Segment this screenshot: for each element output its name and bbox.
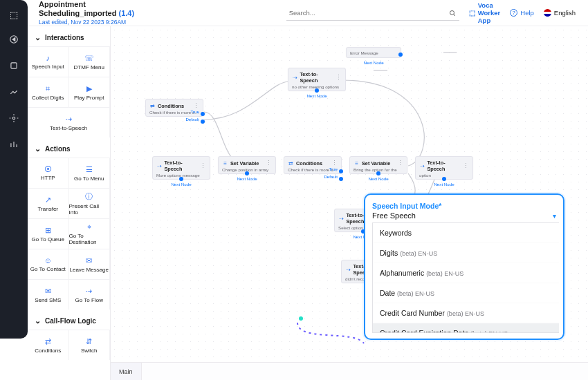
speech-icon: ♪ [46,54,50,62]
app-logo-icon: ⬚ [10,10,18,20]
node-menu-icon[interactable]: ⋮ [193,102,199,109]
section-header-logic[interactable]: Call-Flow Logic [28,310,110,330]
palette-switch[interactable]: ⇵Switch [69,330,111,360]
palette-go-to-flow[interactable]: ⇢Go To Flow [69,279,111,310]
speech-mode-option[interactable]: Keywords [373,223,559,243]
play-icon: ▶ [86,84,92,93]
speech-mode-option[interactable]: Digits (beta) EN-US [373,243,559,263]
rail-item-settings-icon[interactable] [7,111,21,125]
conditions-icon: ⇄ [45,337,51,346]
svg-point-2 [12,117,15,120]
node-set-variable-1[interactable]: ≡Set Variable⋮ Change position in array … [218,156,276,174]
palette-speech-input[interactable]: ♪Speech Input [28,46,69,77]
node-set-variable-2[interactable]: ≡Set Variable⋮ Bring the option for the … [349,156,407,174]
conditions-icon: ⇄ [149,103,156,109]
help-label: Help [520,9,534,17]
http-icon: ⦿ [44,165,52,173]
info-icon: ⓘ [85,191,93,202]
node-error-message[interactable]: Error Message Next Node [346,47,401,58]
palette-play-prompt[interactable]: ▶Play Prompt [69,77,111,107]
palette-conditions[interactable]: ⇄Conditions [28,330,69,360]
port-label-true: True [329,167,338,171]
port-label-default: Default [185,117,199,122]
port-label-next: Next Node [171,182,191,187]
node-title: Conditions [296,160,322,167]
flag-icon [544,9,551,17]
speech-mode-option[interactable]: Credit Card Number (beta) EN-US [373,303,559,323]
tts-icon: ⇢ [292,75,297,81]
node-title: Set Variable [362,160,390,167]
switch-icon: ⇵ [86,337,92,346]
palette-dtmf-menu[interactable]: ☏DTMF Menu [69,46,111,77]
palette-transfer[interactable]: ↗Transfer [28,188,69,218]
speech-mode-option[interactable]: Credit Card Expiration Date (beta) EN-US [373,323,559,333]
section-header-actions[interactable]: Actions [28,137,110,158]
port-label-true: True [191,109,200,114]
node-menu-icon[interactable]: ⋮ [266,160,272,167]
palette-go-to-menu[interactable]: ☰Go To Menu [69,158,111,188]
rail-item-builder-icon[interactable] [7,85,21,99]
speech-mode-option[interactable]: Alphanumeric (beta) EN-US [373,263,559,283]
rail-item-send-icon[interactable] [7,32,21,46]
transfer-icon: ↗ [45,196,51,205]
node-menu-icon[interactable]: ⋮ [397,160,403,167]
decorative-connector [292,321,368,346]
node-title: Text-to-Speech [300,71,333,84]
tts-icon: ⇢ [156,163,162,169]
palette-go-to-destination[interactable]: ⌖Go To Destination [69,218,111,249]
palette-go-to-contact[interactable]: ☺Go To Contact [28,249,69,279]
destination-icon: ⌖ [87,222,91,231]
node-title: Text-to-Speech [427,160,461,172]
node-menu-icon[interactable]: ⋮ [463,162,469,169]
palette-http[interactable]: ⦿HTTP [28,158,69,188]
search-input[interactable] [286,6,459,21]
contact-icon: ☺ [44,256,52,265]
speech-mode-option[interactable]: Date (beta) EN-US [373,283,559,303]
language-picker[interactable]: English [544,9,576,17]
rail-item-flows-icon[interactable] [7,59,21,73]
app-switcher[interactable]: ⬚Voca Worker App [469,1,501,24]
node-conditions-1[interactable]: ⇄Conditions⋮ Check if there is more op… … [145,99,203,117]
variable-icon: ≡ [353,160,360,167]
variable-icon: ≡ [222,160,228,167]
speech-input-mode-label: Speech Input Mode* [372,202,559,210]
port-label-next: Next Node [434,182,454,187]
nav-rail: ⬚ [0,0,28,339]
help-link[interactable]: ?Help [510,9,534,17]
node-tts-no-other[interactable]: ⇢Text-to-Speech⋮ no other meeting option… [288,68,346,91]
palette-send-sms[interactable]: ✉Send SMS [28,279,69,310]
port-label-default: Default [324,174,338,179]
palette-go-to-queue[interactable]: ⊞Go To Queue [28,218,69,249]
palette-text-to-speech[interactable]: ⇢Text-to-Speech [28,107,110,137]
speech-input-mode-select[interactable]: Free Speech ▾ [372,211,559,220]
tts-icon: ⇢ [66,115,72,124]
node-menu-icon[interactable]: ⋮ [336,74,342,81]
section-label: Actions [45,145,71,153]
node-tts-option[interactable]: ⇢Text-to-Speech⋮ option Next Node [415,156,473,180]
node-conditions-2[interactable]: ⇄Conditions⋮ Check if there is more op… … [284,156,342,174]
node-menu-icon[interactable]: ⋮ [200,162,206,169]
sms-icon: ✉ [45,287,51,296]
page-title: Appointment Scheduling_imported (1.4) [39,0,145,18]
palette-leave-message[interactable]: ✉Leave Message [69,249,111,279]
node-subtitle: Error Message [350,50,397,55]
port-label-next: Next Node [237,176,257,181]
speech-input-mode-options[interactable]: KeywordsDigits (beta) EN-USAlphanumeric … [372,222,559,333]
dtmf-icon: ☏ [84,54,94,63]
tab-main[interactable]: Main [111,363,142,380]
node-title: Conditions [158,103,184,109]
node-tts-more-options[interactable]: ⇢Text-to-Speech⋮ More options message Ne… [152,156,210,180]
help-icon: ? [510,9,517,17]
svg-point-3 [450,10,454,15]
speech-input-mode-panel: Speech Input Mode* Free Speech ▾ Keyword… [364,193,564,340]
node-title: Set Variable [230,160,259,167]
queue-icon: ⊞ [45,226,51,235]
rail-item-analytics-icon[interactable] [7,137,21,151]
palette-collect-digits[interactable]: ⌗Collect Digits [28,77,69,107]
search-icon[interactable] [448,8,457,20]
section-label: Call-Flow Logic [45,317,96,325]
section-header-interactions[interactable]: Interactions [28,26,110,46]
palette-present-call-info[interactable]: ⓘPresent Call Info [69,188,111,218]
node-menu-icon[interactable]: ⋮ [331,160,338,167]
app-switcher-label: Voca Worker App [478,1,501,24]
